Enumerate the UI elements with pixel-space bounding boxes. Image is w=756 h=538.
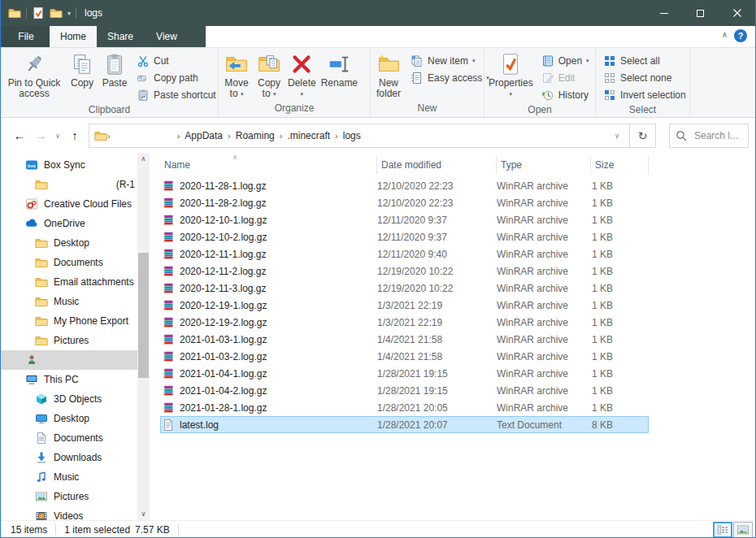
search-input[interactable] — [693, 129, 745, 142]
tab-home[interactable]: Home — [50, 26, 97, 47]
file-row[interactable]: 2021-01-04-1.log.gz1/28/2021 19:15WinRAR… — [160, 365, 649, 382]
breadcrumb-segment[interactable]: Roaming — [231, 130, 280, 141]
copy-to-button[interactable]: Copyto ▾ — [253, 50, 285, 101]
select-all-button[interactable]: Select all — [597, 52, 692, 69]
file-row[interactable]: latest.log1/28/2021 20:07Text Document8 … — [160, 416, 649, 433]
sidebar-item-pictures[interactable]: Pictures — [1, 331, 150, 350]
file-row[interactable]: 2020-12-19-1.log.gz1/3/2021 22:19WinRAR … — [160, 297, 649, 314]
easy-access-button[interactable]: Easy access▾ — [405, 69, 495, 86]
address-bar[interactable]: ››AppData›Roaming›.minecraft›logs ∨ — [89, 124, 630, 148]
cut-button[interactable]: Cut — [131, 52, 222, 69]
search-box[interactable] — [669, 124, 749, 148]
tab-file[interactable]: File — [2, 26, 50, 47]
file-name: 2020-12-11-2.log.gz — [180, 266, 267, 277]
sidebar-item-box-sync[interactable]: boxBox Sync — [1, 155, 150, 175]
file-size: 1 KB — [591, 283, 649, 294]
file-row[interactable]: 2020-12-11-2.log.gz12/19/2020 10:22WinRA… — [160, 262, 649, 280]
paste-shortcut-button[interactable]: Paste shortcut — [131, 86, 222, 103]
3d-objects-icon — [35, 393, 48, 406]
copy-button[interactable]: Copy — [66, 50, 98, 90]
qat-new-folder-icon[interactable] — [50, 7, 63, 20]
sidebar-item-pictures[interactable]: Pictures — [1, 487, 150, 506]
videos-icon — [35, 510, 48, 523]
close-button[interactable] — [719, 0, 755, 26]
sidebar-scrollbar[interactable]: ∧ ∨ — [137, 153, 150, 520]
invert-selection-button[interactable]: Invert selection — [597, 86, 692, 103]
breadcrumb-segment[interactable]: AppData — [180, 130, 228, 141]
address-dropdown-icon[interactable]: ∨ — [608, 132, 626, 140]
sidebar-item-desktop[interactable]: Desktop — [1, 233, 150, 253]
sidebar-item-this-pc[interactable]: This PC — [1, 370, 150, 389]
minimize-button[interactable] — [645, 0, 682, 26]
rename-button[interactable]: Rename — [319, 50, 360, 90]
forward-button[interactable]: → — [30, 125, 51, 146]
help-button[interactable]: ? — [734, 29, 747, 42]
scrollbar-thumb[interactable] — [138, 253, 149, 378]
pin-to-quick-access-button[interactable]: Pin to Quick access — [2, 50, 66, 101]
file-row[interactable]: 2021-01-03-2.log.gz1/4/2021 21:58WinRAR … — [160, 348, 649, 365]
collapse-ribbon-icon[interactable]: ∧ — [722, 30, 728, 39]
ribbon: Pin to Quick access Copy Paste Cut WCopy… — [1, 47, 755, 118]
back-button[interactable]: ← — [9, 125, 30, 146]
new-folder-button[interactable]: Newfolder — [372, 50, 405, 101]
paste-button[interactable]: Paste — [98, 50, 131, 90]
sidebar-item-music[interactable]: Music — [1, 292, 150, 311]
refresh-button[interactable]: ↻ — [630, 124, 656, 148]
svg-text:box: box — [28, 163, 37, 168]
sidebar-item-creative-cloud-files[interactable]: Creative Cloud Files — [1, 194, 150, 214]
file-row[interactable]: 2020-11-28-2.log.gz12/10/2020 22:23WinRA… — [160, 194, 649, 211]
delete-button[interactable]: Delete▾ — [285, 50, 319, 101]
sidebar-item-folder[interactable]: (R-1 — [1, 175, 150, 194]
file-row[interactable]: 2020-12-11-1.log.gz12/11/2020 9:40WinRAR… — [160, 245, 649, 262]
sidebar-item-my-phone-export[interactable]: My Phone Export — [1, 311, 150, 331]
file-row[interactable]: 2020-11-28-1.log.gz12/10/2020 22:23WinRA… — [160, 177, 649, 194]
tab-view[interactable]: View — [144, 26, 189, 47]
file-row[interactable]: 2021-01-04-2.log.gz1/28/2021 19:15WinRAR… — [160, 382, 649, 399]
breadcrumb-segment[interactable]: .minecraft — [282, 130, 335, 141]
maximize-button[interactable] — [682, 0, 719, 26]
new-item-button[interactable]: New item▾ — [405, 52, 495, 69]
move-to-button[interactable]: Moveto ▾ — [220, 50, 253, 101]
qat-properties-icon[interactable] — [32, 7, 45, 20]
file-row[interactable]: 2020-12-11-3.log.gz12/19/2020 10:22WinRA… — [160, 280, 649, 297]
sidebar-item-onedrive[interactable]: OneDrive — [1, 214, 150, 233]
tab-share[interactable]: Share — [97, 26, 144, 47]
sidebar-item-label: 3D Objects — [54, 393, 102, 405]
file-row[interactable]: 2021-01-03-1.log.gz1/4/2021 21:58WinRAR … — [160, 331, 649, 348]
sidebar-item-3d-objects[interactable]: 3D Objects — [1, 389, 150, 409]
details-view-button[interactable] — [713, 522, 732, 538]
history-button[interactable]: History — [536, 86, 595, 103]
file-row[interactable]: 2020-12-19-2.log.gz1/3/2021 22:19WinRAR … — [160, 314, 649, 331]
file-size: 1 KB — [591, 266, 649, 277]
column-header-name[interactable]: Name — [160, 156, 377, 174]
scroll-up-icon[interactable]: ∧ — [137, 153, 150, 165]
sidebar-item-music[interactable]: Music — [1, 467, 150, 487]
sidebar-item-videos[interactable]: Videos — [1, 506, 150, 526]
sidebar-item-documents[interactable]: Documents — [1, 428, 150, 448]
select-none-button[interactable]: Select none — [597, 69, 692, 86]
thumbnails-view-button[interactable] — [733, 522, 753, 538]
ribbon-tab-strip: File Home Share View ∧ ? — [1, 26, 755, 47]
file-date: 12/11/2020 9:37 — [377, 215, 497, 226]
breadcrumb-segment[interactable]: logs — [338, 130, 366, 141]
open-button[interactable]: Open▾ — [536, 52, 595, 69]
column-header-type[interactable]: Type — [497, 156, 591, 174]
file-row[interactable]: 2021-01-28-1.log.gz1/28/2021 20:05WinRAR… — [160, 399, 649, 416]
copy-path-button[interactable]: WCopy path — [131, 69, 222, 86]
recent-locations-icon[interactable]: ∨ — [51, 125, 64, 146]
sidebar-item-desktop[interactable]: Desktop — [1, 409, 150, 428]
properties-button[interactable]: Properties▾ — [486, 50, 536, 101]
qat-customize-caret-icon[interactable]: ▾ — [67, 10, 71, 17]
file-row[interactable]: 2020-12-10-1.log.gz12/11/2020 9:37WinRAR… — [160, 211, 649, 228]
sidebar-item-user[interactable] — [1, 350, 150, 370]
edit-button[interactable]: Edit — [536, 69, 595, 86]
winrar-icon — [162, 282, 175, 295]
sidebar-item-documents[interactable]: Documents — [1, 253, 150, 272]
column-header-date[interactable]: Date modified — [377, 156, 497, 174]
column-header-size[interactable]: Size — [591, 156, 649, 174]
up-button[interactable]: ↑ — [64, 125, 85, 146]
scroll-down-icon[interactable]: ∨ — [137, 508, 150, 520]
sidebar-item-email-attachments[interactable]: Email attachments — [1, 272, 150, 292]
file-row[interactable]: 2020-12-10-2.log.gz12/11/2020 9:37WinRAR… — [160, 228, 649, 245]
sidebar-item-downloads[interactable]: Downloads — [1, 448, 150, 467]
